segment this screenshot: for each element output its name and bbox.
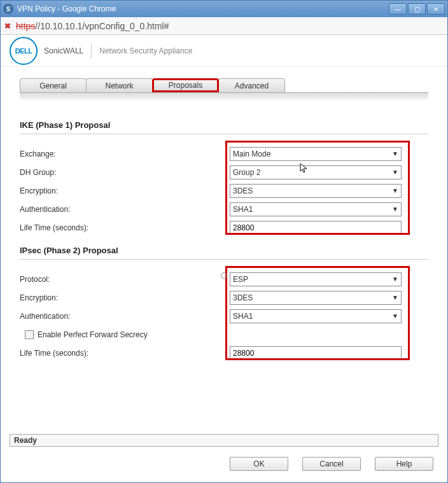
row-pfs: Enable Perfect Forward Secrecy xyxy=(20,325,428,344)
footer-buttons: OK Cancel Help xyxy=(230,457,433,471)
brand-header: DELL SonicWALL Network Security Applianc… xyxy=(1,35,447,67)
chevron-down-icon: ▼ xyxy=(392,150,398,157)
window-controls: — ▢ ✕ xyxy=(389,3,445,15)
chevron-down-icon: ▼ xyxy=(392,187,398,194)
chevron-down-icon: ▼ xyxy=(392,312,398,319)
label-dhgroup: DH Group: xyxy=(20,168,230,177)
dell-logo: DELL xyxy=(10,37,38,65)
row-auth-p2: Authentication: SHA1▼ xyxy=(20,307,428,325)
label-life-p1: Life Time (seconds): xyxy=(20,223,230,232)
status-text: Ready xyxy=(14,436,37,445)
tab-general[interactable]: General xyxy=(20,78,87,92)
tab-advanced[interactable]: Advanced xyxy=(218,78,285,92)
select-encryption-p2[interactable]: 3DES▼ xyxy=(230,291,402,305)
row-encryption-p2: Encryption: 3DES▼ xyxy=(20,288,428,307)
select-protocol[interactable]: ESP▼ xyxy=(230,272,402,286)
close-button[interactable]: ✕ xyxy=(427,3,445,15)
address-text: https//10.10.10.1/vpnConfig_0_0.html# xyxy=(16,21,169,31)
label-auth-p2: Authentication: xyxy=(20,312,230,321)
brand-divider xyxy=(91,43,92,59)
app-icon: S xyxy=(3,4,13,14)
url-text: //10.10.10.1/vpnConfig_0_0.html# xyxy=(35,21,169,31)
ok-button[interactable]: OK xyxy=(230,457,288,471)
titlebar: S VPN Policy - Google Chrome — ▢ ✕ xyxy=(1,1,447,17)
label-life-p2: Life Time (seconds): xyxy=(20,349,230,358)
brand-product: SonicWALL xyxy=(44,46,83,55)
chevron-down-icon: ▼ xyxy=(392,276,398,283)
phase2-form: Protocol: ESP▼ Encryption: 3DES▼ Authent… xyxy=(20,270,428,362)
tabs: General Network Proposals Advanced xyxy=(20,78,428,92)
checkbox-pfs[interactable] xyxy=(25,330,34,339)
input-life-p2[interactable] xyxy=(230,346,402,360)
window-title: VPN Policy - Google Chrome xyxy=(17,4,389,13)
tab-network[interactable]: Network xyxy=(86,78,153,92)
row-life-p1: Life Time (seconds): xyxy=(20,218,428,237)
tab-proposals[interactable]: Proposals xyxy=(152,78,219,92)
address-bar[interactable]: ✖ https//10.10.10.1/vpnConfig_0_0.html# xyxy=(1,17,447,35)
insecure-icon: ✖ xyxy=(4,22,13,31)
minimize-button[interactable]: — xyxy=(389,3,407,15)
label-pfs: Enable Perfect Forward Secrecy xyxy=(38,330,148,339)
app-window: S VPN Policy - Google Chrome — ▢ ✕ ✖ htt… xyxy=(0,0,448,483)
row-exchange: Exchange: Main Mode▼ xyxy=(20,144,428,163)
maximize-button[interactable]: ▢ xyxy=(408,3,426,15)
select-encryption-p1[interactable]: 3DES▼ xyxy=(230,184,402,198)
tabs-container: General Network Proposals Advanced xyxy=(1,67,447,100)
chevron-down-icon: ▼ xyxy=(392,206,398,213)
brand-appliance: Network Security Appliance xyxy=(99,46,192,55)
select-exchange[interactable]: Main Mode▼ xyxy=(230,147,402,161)
label-exchange: Exchange: xyxy=(20,150,230,158)
chevron-down-icon: ▼ xyxy=(392,169,398,176)
phase1-header: IKE (Phase 1) Proposal xyxy=(20,111,428,134)
select-dhgroup[interactable]: Group 2▼ xyxy=(230,165,402,179)
content: IKE (Phase 1) Proposal Exchange: Main Mo… xyxy=(1,100,447,374)
tab-underline xyxy=(20,92,428,100)
help-button[interactable]: Help xyxy=(375,457,433,471)
phase2-header: IPsec (Phase 2) Proposal xyxy=(20,237,428,260)
protocol-struck: https xyxy=(16,21,35,31)
label-auth-p1: Authentication: xyxy=(20,205,230,214)
label-encryption-p1: Encryption: xyxy=(20,186,230,195)
row-life-p2: Life Time (seconds): xyxy=(20,344,428,362)
label-encryption-p2: Encryption: xyxy=(20,293,230,302)
cancel-button[interactable]: Cancel xyxy=(302,457,361,471)
select-auth-p1[interactable]: SHA1▼ xyxy=(230,202,402,216)
phase1-form: Exchange: Main Mode▼ DH Group: Group 2▼ … xyxy=(20,144,428,237)
radio-marker-icon xyxy=(221,272,227,279)
row-auth-p1: Authentication: SHA1▼ xyxy=(20,200,428,218)
row-encryption-p1: Encryption: 3DES▼ xyxy=(20,181,428,200)
chevron-down-icon: ▼ xyxy=(392,294,398,301)
input-life-p1[interactable] xyxy=(230,221,402,235)
select-auth-p2[interactable]: SHA1▼ xyxy=(230,309,402,323)
row-dhgroup: DH Group: Group 2▼ xyxy=(20,163,428,181)
status-bar: Ready xyxy=(10,434,438,447)
label-protocol: Protocol: xyxy=(20,275,230,284)
